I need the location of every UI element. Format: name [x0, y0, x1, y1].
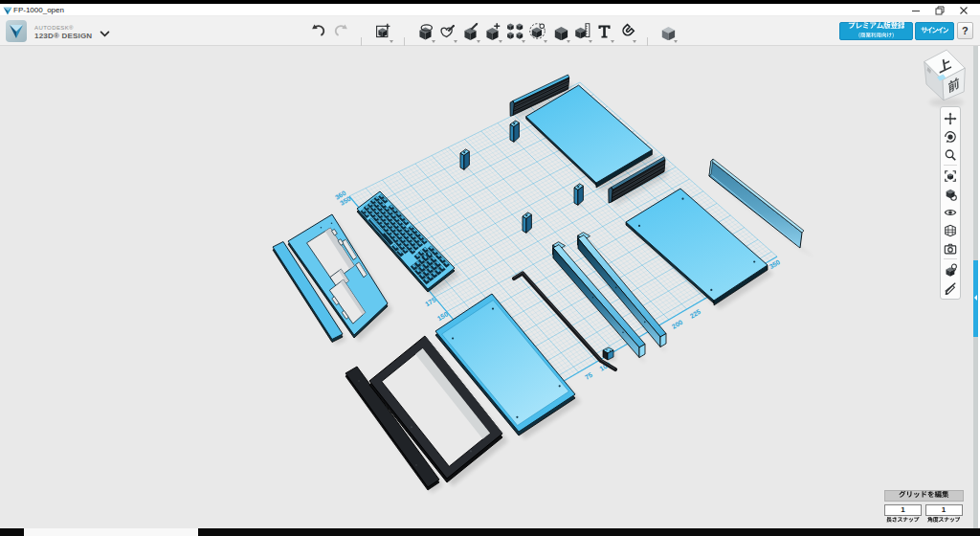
view-cube[interactable] — [924, 50, 966, 106]
part-standoff-post-4[interactable] — [523, 212, 534, 234]
dropdown-arrow-icon — [499, 40, 502, 43]
snapshot-button[interactable] — [941, 239, 960, 257]
viewport-3d[interactable]: 36035017515075100200225350 — [0, 46, 973, 528]
length-snap-input[interactable] — [884, 504, 922, 517]
close-button[interactable] — [950, 4, 977, 16]
combine-icon — [551, 22, 569, 40]
visibility-icon — [944, 206, 957, 219]
measure-tool-button[interactable] — [571, 20, 593, 42]
construct-icon — [461, 22, 479, 40]
shade-button[interactable] — [941, 185, 960, 203]
undo-button[interactable] — [308, 20, 330, 42]
pan-button[interactable] — [941, 109, 960, 127]
nav-separator — [944, 165, 957, 166]
hide-sketch-button[interactable] — [941, 279, 960, 297]
brand-text: AUTODESK® 123D® DESIGN — [34, 25, 92, 40]
orbit-button[interactable] — [941, 127, 960, 145]
pattern-icon — [506, 22, 524, 40]
material-paint-icon — [944, 263, 957, 277]
text-icon — [595, 22, 613, 40]
grid-display-icon — [944, 224, 957, 237]
snapshot-icon — [944, 242, 957, 256]
angle-snap-label — [925, 517, 963, 525]
combine-tool-button[interactable] — [549, 20, 571, 42]
material-paint-button[interactable] — [941, 260, 960, 279]
modify-tool-button[interactable] — [481, 20, 503, 42]
brand-autodesk: AUTODESK® — [34, 25, 92, 31]
dropdown-arrow-icon — [567, 40, 570, 43]
construct-tool-button[interactable] — [459, 20, 481, 42]
edit-grid-label — [899, 491, 949, 501]
fit-icon — [944, 169, 957, 183]
brand-123d-design: 123D® DESIGN — [34, 32, 92, 40]
dropdown-arrow-icon — [454, 40, 457, 43]
shade-icon — [944, 188, 957, 201]
dropdown-arrow-icon — [522, 40, 525, 43]
grid-settings-panel — [884, 490, 965, 525]
zoom-icon — [944, 148, 957, 162]
edit-grid-button[interactable] — [884, 490, 964, 502]
dropdown-arrow-icon — [611, 40, 614, 43]
fit-button[interactable] — [941, 167, 960, 185]
logo-123d-icon — [6, 20, 27, 42]
insert-icon — [374, 22, 392, 40]
minimize-button[interactable] — [902, 4, 929, 16]
svg-text:200: 200 — [671, 319, 684, 330]
snap-icon — [617, 22, 635, 40]
dropdown-arrow-icon — [674, 40, 678, 43]
premium-signup-label — [848, 22, 904, 32]
angle-snap-text — [927, 517, 960, 525]
titlebar: FP-1000_open — [0, 4, 980, 16]
hide-sketch-icon — [944, 281, 957, 295]
group-tool-button[interactable] — [526, 20, 548, 42]
transform-icon — [416, 22, 434, 40]
svg-text:75: 75 — [584, 371, 593, 381]
app-icon — [3, 6, 12, 15]
sketch-icon — [438, 22, 457, 40]
length-snap-text — [886, 517, 919, 525]
part-standoff-post-1[interactable] — [510, 121, 522, 144]
window-title: FP-1000_open — [13, 4, 64, 16]
material-icon — [658, 22, 677, 40]
orbit-icon — [944, 130, 957, 144]
modify-icon — [483, 22, 501, 40]
scene-canvas: 36035017515075100200225350 — [0, 46, 973, 528]
sketch-tool-button[interactable] — [436, 20, 458, 42]
pattern-tool-button[interactable] — [504, 20, 526, 42]
navigation-toolbar — [940, 106, 961, 300]
angle-snap-input[interactable] — [925, 504, 963, 517]
taskbar-search-edge — [24, 528, 198, 536]
restore-button[interactable] — [926, 4, 953, 16]
length-snap-label — [884, 517, 922, 525]
pan-icon — [944, 112, 957, 125]
transform-tool-button[interactable] — [414, 20, 436, 42]
nav-separator — [944, 258, 957, 259]
visibility-button[interactable] — [941, 203, 960, 221]
measure-icon — [573, 22, 591, 40]
dropdown-arrow-icon — [589, 40, 592, 43]
help-button[interactable]: ? — [957, 22, 974, 39]
app-window: {"window":{"title":"FP-1000_open","minim… — [0, 0, 980, 536]
dropdown-arrow-icon — [633, 40, 636, 43]
zoom-button[interactable] — [941, 145, 960, 164]
sign-in-button[interactable] — [915, 22, 954, 40]
sign-in-label — [921, 27, 947, 36]
premium-signup-sublabel — [858, 33, 894, 40]
dropdown-arrow-icon — [432, 40, 435, 43]
main-toolbar: AUTODESK® 123D® DESIGN ? — [0, 16, 980, 46]
dropdown-arrow-icon — [390, 40, 393, 43]
text-tool-button[interactable] — [593, 20, 615, 42]
grid-display-button[interactable] — [941, 221, 960, 239]
group-icon — [528, 22, 546, 40]
dropdown-arrow-icon — [544, 40, 547, 43]
redo-button[interactable] — [329, 20, 351, 42]
material-tool-button[interactable] — [657, 20, 679, 42]
dropdown-arrow-icon — [477, 40, 480, 43]
premium-signup-button[interactable] — [839, 22, 913, 40]
svg-text:225: 225 — [689, 308, 702, 320]
app-logo[interactable] — [6, 20, 27, 42]
taskbar-edge — [0, 528, 980, 536]
snap-tool-button[interactable] — [615, 20, 637, 42]
main-menu-chevron-icon[interactable] — [100, 31, 110, 37]
insert-tool-button[interactable] — [372, 20, 394, 42]
